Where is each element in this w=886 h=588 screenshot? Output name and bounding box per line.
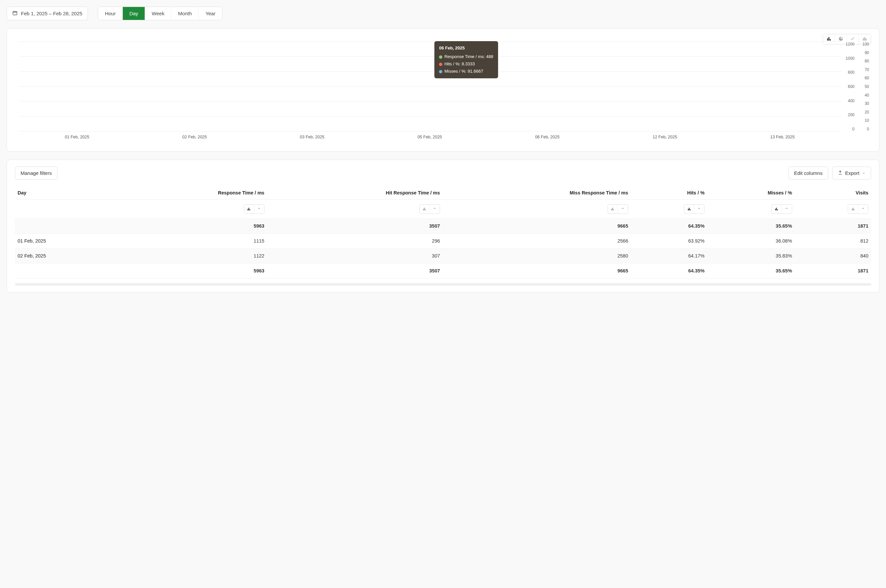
edit-columns-button[interactable]: Edit columns [789, 166, 828, 180]
table-cell: 1122 [114, 249, 267, 264]
date-range-text: Feb 1, 2025 – Feb 28, 2025 [21, 10, 82, 16]
chart-tooltip: 06 Feb, 2025 Response Time / ms: 488Hits… [434, 41, 498, 78]
svg-rect-15 [424, 208, 425, 210]
column-header[interactable]: Miss Response Time / ms [443, 186, 631, 200]
y2-tick: 0 [867, 127, 869, 131]
svg-rect-12 [249, 208, 249, 210]
col-axis-toggle[interactable] [430, 205, 440, 213]
table-cell: 01 Feb, 2025 [15, 234, 114, 249]
y2-tick: 100 [862, 42, 869, 46]
table-cell: 3507 [267, 219, 443, 234]
chart-panel: 01 Feb, 202502 Feb, 202503 Feb, 202505 F… [7, 28, 879, 152]
svg-rect-18 [612, 208, 613, 210]
table-cell: 35.65% [707, 219, 795, 234]
y1-tick: 200 [848, 112, 855, 117]
table-cell: 3507 [267, 264, 443, 278]
x-axis-label: 05 Feb, 2025 [371, 135, 489, 145]
table-cell: 64.17% [631, 249, 707, 264]
col-axis-toggle[interactable] [694, 205, 704, 213]
export-label: Export [845, 170, 859, 176]
y1-tick: 0 [852, 127, 855, 131]
col-chart-toggle[interactable] [608, 205, 618, 213]
tooltip-title: 06 Feb, 2025 [439, 45, 493, 52]
col-chart-toggle[interactable] [772, 205, 782, 213]
svg-rect-13 [250, 209, 250, 211]
svg-rect-28 [854, 209, 855, 211]
table-cell: 296 [267, 234, 443, 249]
table-cell: 35.83% [707, 249, 795, 264]
column-header[interactable]: Hit Response Time / ms [267, 186, 443, 200]
svg-rect-11 [247, 209, 248, 210]
granularity-selector: HourDayWeekMonthYear [98, 7, 222, 20]
x-axis-label: 13 Feb, 2025 [724, 135, 841, 145]
table-cell: 1115 [114, 234, 267, 249]
col-chart-toggle[interactable] [684, 205, 694, 213]
svg-rect-26 [852, 209, 853, 210]
x-axis-label: 06 Feb, 2025 [489, 135, 606, 145]
y2-tick: 50 [865, 84, 869, 89]
table-cell: 64.35% [631, 219, 707, 234]
table-cell: 64.35% [631, 264, 707, 278]
date-range-picker[interactable]: Feb 1, 2025 – Feb 28, 2025 [7, 7, 88, 20]
col-chart-toggle[interactable] [420, 205, 430, 213]
y2-tick: 70 [865, 68, 869, 72]
y2-tick: 90 [865, 51, 869, 55]
col-chart-toggle[interactable] [244, 205, 254, 213]
y2-tick: 60 [865, 76, 869, 80]
manage-filters-button[interactable]: Manage filters [15, 166, 57, 180]
y1-tick: 400 [848, 99, 855, 103]
column-header[interactable]: Response Time / ms [114, 186, 267, 200]
table-cell: 35.65% [707, 264, 795, 278]
col-axis-toggle[interactable] [254, 205, 264, 213]
col-axis-toggle[interactable] [858, 205, 868, 213]
y2-tick: 20 [865, 110, 869, 114]
svg-rect-16 [425, 209, 426, 211]
column-header[interactable]: Misses / % [707, 186, 795, 200]
calendar-icon [12, 10, 18, 16]
edit-columns-label: Edit columns [794, 170, 823, 176]
svg-rect-25 [777, 209, 778, 211]
x-axis-label: 03 Feb, 2025 [253, 135, 371, 145]
svg-rect-8 [864, 37, 865, 38]
table-cell: 5963 [114, 219, 267, 234]
table-cell: 2580 [443, 249, 631, 264]
granularity-hour-button[interactable]: Hour [98, 7, 123, 20]
y1-tick: 1000 [846, 56, 855, 61]
svg-rect-23 [775, 209, 776, 210]
tooltip-row: Hits / %: 8.3333 [439, 60, 493, 68]
table-cell: 9665 [443, 219, 631, 234]
table-cell: 812 [795, 234, 871, 249]
svg-rect-27 [853, 208, 853, 210]
data-table: DayResponse Time / msHit Response Time /… [15, 186, 871, 278]
svg-rect-20 [688, 209, 688, 210]
svg-rect-21 [689, 208, 690, 210]
export-button[interactable]: Export [832, 166, 871, 180]
granularity-day-button[interactable]: Day [123, 7, 145, 20]
x-axis-label: 02 Feb, 2025 [136, 135, 253, 145]
col-chart-toggle[interactable] [848, 205, 858, 213]
table-row: 59633507966564.35%35.65%1871 [15, 219, 871, 234]
granularity-month-button[interactable]: Month [171, 7, 199, 20]
column-header[interactable]: Day [15, 186, 114, 200]
granularity-year-button[interactable]: Year [199, 7, 222, 20]
y2-tick: 10 [865, 118, 869, 123]
granularity-week-button[interactable]: Week [145, 7, 171, 20]
table-cell: 02 Feb, 2025 [15, 249, 114, 264]
col-axis-toggle[interactable] [782, 205, 792, 213]
y1-tick: 1200 [846, 42, 855, 46]
column-header[interactable]: Hits / % [631, 186, 707, 200]
manage-filters-label: Manage filters [21, 170, 52, 176]
chart-area: 01 Feb, 202502 Feb, 202503 Feb, 202505 F… [15, 39, 871, 145]
tooltip-row: Misses / %: 91.6667 [439, 68, 493, 75]
table-cell: 5963 [114, 264, 267, 278]
y1-tick: 600 [848, 84, 855, 89]
col-axis-toggle[interactable] [618, 205, 628, 213]
table-cell: 36.08% [707, 234, 795, 249]
column-header[interactable]: Visits [795, 186, 871, 200]
x-axis-label: 01 Feb, 2025 [18, 135, 136, 145]
horizontal-scrollbar[interactable] [15, 283, 871, 286]
table-cell: 307 [267, 249, 443, 264]
svg-rect-22 [690, 209, 691, 211]
y2-tick: 80 [865, 59, 869, 63]
table-cell: 2566 [443, 234, 631, 249]
